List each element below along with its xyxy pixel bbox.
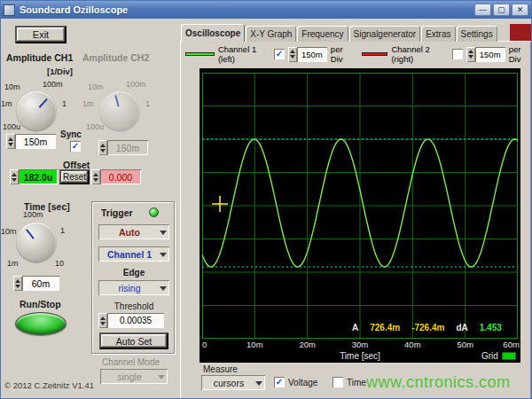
spinner-icon [98,140,107,155]
knob-scale-label: 10m [1,227,17,236]
channel2-enable-checkbox[interactable] [452,49,463,59]
spinner-icon[interactable] [466,47,475,62]
spinner-icon[interactable] [13,276,22,291]
offset-reset-button[interactable]: Reset [59,169,90,184]
window-title: Soundcard Ozilloscope [20,4,474,15]
spinner-icon [91,169,100,184]
x-tick-label: 60m [503,340,519,349]
sync-label: Sync [60,129,82,139]
cursor-upper-value: 726.4m [370,323,400,332]
knob-scale-label: 100m [126,80,146,89]
time-knob[interactable] [17,223,56,262]
threshold-label: Threshold [92,301,176,311]
knob-scale-label: 1 [145,99,150,108]
spinner-icon[interactable] [6,134,15,149]
time-value-text[interactable]: 60m [22,276,59,291]
oscilloscope-display[interactable]: A 726.4m -726.4m dA 1.453 010m20m30m40m5… [200,68,520,363]
knob-scale-label: 100m [23,210,43,219]
tab-signalgenerator[interactable]: Signalgenerator [349,26,421,42]
close-icon[interactable]: ✕ [512,4,528,16]
x-tick-label: 50m [457,340,473,349]
channel1-label: Channel 1 (left) [218,44,270,64]
knob-scale-label: 10m [88,82,104,91]
trigger-title: Trigger [101,207,133,218]
offset-ch1-value-text[interactable]: 182.0u [19,169,58,184]
per-div-label: per Div [509,44,532,64]
time-label: Time [347,378,366,387]
x-tick-label: 30m [352,340,368,349]
tab-oscilloscope[interactable]: Oscilloscope [181,24,245,42]
spinner-icon[interactable] [10,169,19,184]
knob-scale-label: 1m [82,99,94,108]
spinner-icon[interactable] [288,47,297,62]
exit-button[interactable]: Exit [15,26,66,43]
run-stop-label: Run/Stop [20,299,61,309]
cursor-delta-value: 1.453 [480,323,502,332]
watermark-text: www.cntronics.com [366,373,511,392]
channel-mode-title: Channel Mode [102,357,160,367]
offset-ch2-value: 0.000 [91,169,141,184]
amplitude-ch2-value-text: 150m [107,140,148,155]
cursor-lower-value: -726.4m [411,323,444,332]
tab-frequency[interactable]: Frequency [297,26,348,42]
amplitude-ch1-knob[interactable] [17,91,56,130]
trigger-source-dropdown[interactable]: Channel 1 [98,246,169,262]
tab-xy-graph[interactable]: X-Y Graph [246,26,296,42]
knob-scale-label: 1 [62,99,66,108]
time-value[interactable]: 60m [13,276,59,291]
x-axis-ticks: 010m20m30m40m50m60m [202,340,518,350]
copyright-text: © 2012 C.Zeitnitz V1.41 [4,380,94,390]
knob-scale-label: 10 [55,259,64,268]
knob-scale-label: 1 [60,226,65,235]
minimize-icon[interactable]: — [474,4,491,16]
app-window: Soundcard Ozilloscope — ▢ ✕ Exit Amplitu… [0,0,532,399]
cursor-da-label: dA [456,323,467,332]
sync-checkbox[interactable]: ✓ [70,141,81,152]
brand-red-block [510,24,532,41]
tab-settings[interactable]: Settings [457,26,497,42]
grid-indicator-label: Grid [481,351,498,361]
trigger-edge-dropdown[interactable]: rising [98,280,169,295]
edge-label: Edge [92,268,176,278]
x-tick-label: 0 [202,340,207,349]
amplitude-ch1-value-text[interactable]: 150m [15,134,56,149]
channel1-enable-checkbox[interactable]: ✓ [274,49,285,59]
voltage-label: Voltage [288,378,317,387]
per-div-unit-label: [1/Div] [47,66,73,76]
measure-title: Measure [203,364,238,374]
per-div-label: per Div [331,44,355,64]
channel1-per-div-field[interactable]: 150m [288,47,327,62]
amplitude-ch1-title: Amplitude CH1 [6,52,73,63]
threshold-field[interactable]: 0.00035 [98,313,164,328]
measure-mode-dropdown[interactable]: cursors [201,375,265,390]
knob-scale-label: 100u [86,122,104,131]
knob-scale-label: 100u [3,122,20,131]
auto-set-button[interactable]: Auto Set [99,332,168,349]
knob-scale-label: 10m [4,82,20,91]
channel-mode-dropdown: single [100,369,168,384]
amplitude-ch2-knob [100,91,139,130]
threshold-value-text[interactable]: 0.00035 [107,313,164,328]
trigger-mode-dropdown[interactable]: Auto [98,224,169,239]
knob-scale-label: 100m [43,80,63,89]
amplitude-ch1-value[interactable]: 150m [6,134,56,149]
run-stop-button[interactable] [15,312,66,335]
grid-toggle[interactable] [502,352,516,360]
channel1-color-swatch [185,52,215,56]
offset-ch2-value-text: 0.000 [100,169,141,184]
offset-ch1-value[interactable]: 182.0u [10,169,58,184]
channel2-per-div-value[interactable]: 150m [475,47,505,62]
voltage-checkbox[interactable]: ✓ [274,377,285,387]
x-tick-label: 10m [246,340,262,349]
tab-extras[interactable]: Extras [421,26,455,42]
channel1-per-div-value[interactable]: 150m [297,47,327,62]
time-checkbox[interactable] [332,377,343,387]
channel2-per-div-field[interactable]: 150m [466,47,505,62]
app-icon [4,4,15,16]
x-axis-title: Time [sec] [202,351,518,361]
trigger-led-icon [149,207,159,217]
maximize-icon[interactable]: ▢ [493,4,510,16]
scope-plot[interactable] [202,73,518,339]
titlebar[interactable]: Soundcard Ozilloscope — ▢ ✕ [1,1,531,19]
spinner-icon[interactable] [98,313,107,328]
